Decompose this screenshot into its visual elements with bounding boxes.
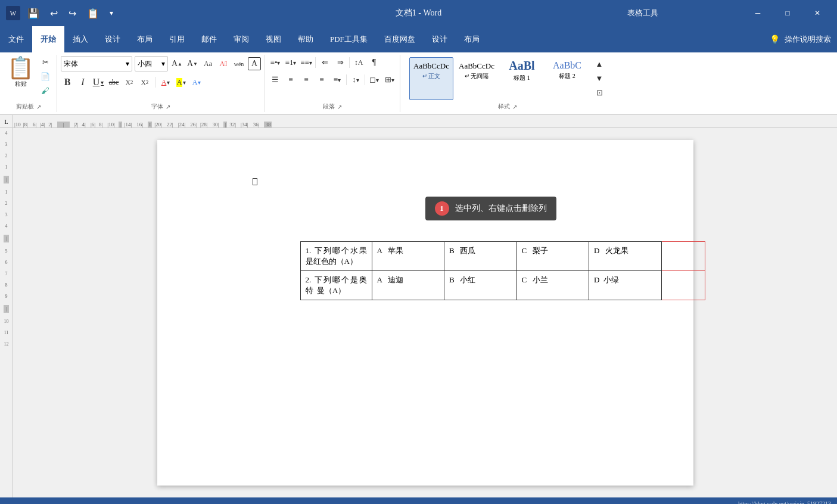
format-painter-button[interactable]: 🖌 [39, 85, 52, 98]
font-row1: 宋体 ▾ 小四 ▾ A▲ A▼ Aa A⃝ wén A [61, 56, 261, 71]
paste-button[interactable]: 📋 粘贴 [5, 56, 36, 88]
clipboard-expand-icon[interactable]: ↗ [36, 104, 41, 110]
maximize-button[interactable]: □ [774, 4, 801, 23]
italic-button[interactable]: I [76, 76, 89, 89]
menu-item-view[interactable]: 视图 [257, 26, 290, 52]
bullets-button[interactable]: ≡• ▾ [269, 56, 282, 69]
paragraph-expand-icon[interactable]: ↗ [337, 104, 342, 110]
ruler-corner[interactable]: L [0, 115, 13, 128]
font-expand-icon[interactable]: ↗ [166, 104, 170, 110]
undo-button[interactable]: ↩ [46, 7, 61, 20]
font-color-button[interactable]: A ▾ [159, 76, 172, 89]
underline-dropdown[interactable]: ▾ [101, 79, 104, 86]
change-case-button[interactable]: Aa [201, 57, 214, 70]
table-tools-label: 表格工具 [627, 0, 658, 26]
para-row2: ☰ ≡ ≡ ≡ ≡ ▾ ↕ ▾ ◻ ▾ ⊞ [269, 73, 396, 86]
strikethrough-button[interactable]: abc [107, 76, 120, 89]
menu-item-table-layout[interactable]: 布局 [456, 26, 488, 52]
highlight-button[interactable]: A ▾ [175, 76, 188, 89]
pinyin-button[interactable]: wén [232, 57, 245, 70]
align-center-button[interactable]: ≡ [284, 73, 297, 86]
styles-up-button[interactable]: ▲ [593, 58, 606, 71]
font-color-dropdown[interactable]: ▾ [167, 79, 170, 86]
save-button[interactable]: 💾 [24, 7, 43, 20]
highlight-dropdown[interactable]: ▾ [183, 79, 186, 86]
title-bar-center: 文档1 - Word [396, 8, 441, 18]
font-name-selector[interactable]: 宋体 ▾ [61, 56, 132, 71]
table-cell-d2: D 小绿 [589, 271, 662, 300]
shading-dropdown[interactable]: ▾ [376, 77, 379, 83]
styles-down-button[interactable]: ▼ [593, 72, 606, 85]
distributed-dropdown[interactable]: ▾ [338, 77, 341, 83]
menu-item-insert[interactable]: 插入 [64, 26, 97, 52]
cut-button[interactable]: ✂ [39, 56, 52, 69]
increase-indent-button[interactable]: ⇒ [334, 56, 347, 69]
menu-item-baidu[interactable]: 百度网盘 [376, 26, 424, 52]
menu-item-references[interactable]: 引用 [161, 26, 193, 52]
horizontal-ruler: |10 |8| 6| |4| 2| | |2| 4| |6| 8| |10| |… [13, 115, 837, 127]
menu-item-table-design[interactable]: 设计 [424, 26, 456, 52]
show-marks-button[interactable]: ¶ [368, 56, 381, 69]
menu-item-home[interactable]: 开始 [32, 26, 64, 52]
shrink-font-button[interactable]: A▼ [186, 57, 199, 70]
table-row: 1. 下列哪个水果是红色的（A） A 苹果 B 西瓜 C 梨子 D 火龙果 [300, 242, 705, 271]
numbering-button[interactable]: ≡1 ▾ [284, 56, 297, 69]
underline-button[interactable]: U ▾ [92, 76, 105, 89]
style-heading1[interactable]: AaBl 标题 1 [500, 57, 544, 100]
superscript-button[interactable]: X2 [138, 76, 151, 89]
text-effect-dropdown[interactable]: ▾ [198, 79, 201, 86]
text-effect-button[interactable]: A ▾ [190, 76, 203, 89]
menu-item-design[interactable]: 设计 [97, 26, 129, 52]
style-heading2[interactable]: AaBbC 标题 2 [545, 57, 589, 100]
clear-format-button[interactable]: A⃝ [217, 57, 230, 70]
grow-font-button[interactable]: A▲ [170, 57, 183, 70]
styles-more-button[interactable]: ⊡ [593, 86, 606, 99]
borders-dropdown[interactable]: ▾ [391, 77, 394, 83]
copy-button[interactable]: 📄 [39, 70, 52, 83]
distributed-button[interactable]: ≡ ▾ [331, 73, 344, 86]
redo-button[interactable]: ↪ [65, 7, 80, 20]
title-bar-left: W 💾 ↩ ↪ 📋 ▾ [6, 6, 117, 20]
justify-button[interactable]: ≡ [315, 73, 328, 86]
decrease-indent-button[interactable]: ⇐ [318, 56, 331, 69]
subscript-button[interactable]: X2 [123, 76, 136, 89]
style-no-spacing[interactable]: AaBbCcDc ↵ 无间隔 [455, 57, 499, 100]
char-border-button[interactable]: A [248, 57, 261, 70]
numbering-dropdown[interactable]: ▾ [293, 60, 296, 66]
sort-button[interactable]: ↕A [352, 56, 365, 69]
menu-item-file[interactable]: 文件 [0, 26, 32, 52]
menu-item-mail[interactable]: 邮件 [193, 26, 225, 52]
shading-button[interactable]: ◻ ▾ [368, 73, 381, 86]
search-icon: 💡 [770, 35, 780, 45]
bullets-dropdown[interactable]: ▾ [277, 60, 280, 66]
font-size-selector[interactable]: 小四 ▾ [135, 56, 168, 71]
menu-item-layout[interactable]: 布局 [129, 26, 161, 52]
menu-item-pdf[interactable]: PDF工具集 [322, 26, 376, 52]
minimize-button[interactable]: ─ [744, 4, 771, 23]
menu-item-help[interactable]: 帮助 [290, 26, 322, 52]
align-left-button[interactable]: ☰ [269, 73, 282, 86]
align-right-button[interactable]: ≡ [300, 73, 313, 86]
menu-item-review[interactable]: 审阅 [225, 26, 257, 52]
quick-access-button[interactable]: 📋 [83, 7, 102, 20]
para-row1: ≡• ▾ ≡1 ▾ ≡≡ ▾ ⇐ ⇒ ↕A ¶ [269, 56, 396, 69]
style-normal[interactable]: AaBbCcDc ↵ 正文 [409, 57, 453, 100]
line-spacing-button[interactable]: ↕ ▾ [349, 73, 362, 86]
quick-access-dropdown[interactable]: ▾ [106, 8, 117, 19]
multilevel-dropdown[interactable]: ▾ [309, 60, 312, 66]
close-button[interactable]: ✕ [804, 4, 831, 23]
line-spacing-dropdown[interactable]: ▾ [356, 77, 359, 83]
document-title: 文档1 - Word [396, 8, 441, 18]
multilevel-button[interactable]: ≡≡ ▾ [300, 56, 313, 69]
bold-button[interactable]: B [61, 76, 74, 89]
font-row2: B I U ▾ abc X2 X2 A ▾ A ▾ [61, 76, 261, 89]
style-heading1-preview: AaBl [506, 58, 537, 73]
clipboard-secondary: ✂ 📄 🖌 [39, 56, 52, 98]
paragraph-controls: ≡• ▾ ≡1 ▾ ≡≡ ▾ ⇐ ⇒ ↕A ¶ ☰ [269, 56, 396, 101]
table-cell-a2: A 迪迦 [372, 271, 444, 300]
borders-button[interactable]: ⊞ ▾ [383, 73, 396, 86]
ribbon-paragraph: ≡• ▾ ≡1 ▾ ≡≡ ▾ ⇐ ⇒ ↕A ¶ ☰ [265, 55, 400, 112]
divider3 [349, 57, 350, 68]
divider2 [315, 57, 316, 68]
styles-expand-icon[interactable]: ↗ [512, 104, 517, 110]
